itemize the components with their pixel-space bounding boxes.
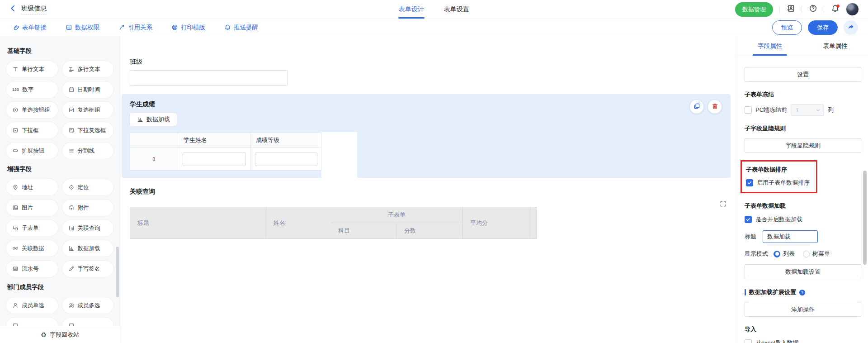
tab-form-properties[interactable]: 表单属性	[803, 36, 868, 56]
field-item-label: 单行文本	[22, 66, 44, 73]
copy-field-button[interactable]	[690, 100, 703, 114]
field-item-成员单选[interactable]: 成员单选	[6, 297, 58, 314]
toolbar-link-label: 打印模版	[181, 24, 205, 32]
group-header: 子表单	[331, 207, 462, 223]
form-canvas: 班级 学生成绩 数据加载 学生姓名 成绩等级	[120, 36, 737, 343]
sidebar-scrollbar[interactable]	[116, 247, 119, 297]
field-recycle-bin[interactable]: ♻ 字段回收站	[0, 326, 120, 343]
toolbar-right: 预览 保存	[772, 20, 858, 35]
sidebar-section-title: 部门成员字段	[7, 283, 113, 291]
field-item-关联查询[interactable]: 关联查询	[62, 220, 114, 236]
settings-button[interactable]: 设置	[745, 67, 861, 82]
field-item-复选框组[interactable]: 复选框组	[62, 102, 114, 118]
field-item-数字[interactable]: 123数字	[6, 81, 58, 98]
field-item-手写签名[interactable]: 手写签名	[62, 261, 114, 277]
data-load-button[interactable]: 数据加载	[130, 113, 177, 126]
check-icon	[745, 217, 751, 222]
field-item-下拉框[interactable]: 下拉框	[6, 122, 58, 138]
subform-field-selected[interactable]: 学生成绩 数据加载 学生姓名 成绩等级 1	[122, 94, 731, 178]
field-item-多行文本[interactable]: 多行文本	[62, 61, 114, 77]
address-icon	[12, 184, 19, 191]
field-item-单行文本[interactable]: 单行文本	[6, 61, 58, 77]
toolbar-link-4[interactable]: 推送提醒	[224, 24, 258, 32]
add-operation-button[interactable]: 添加操作	[745, 302, 861, 317]
form-title[interactable]: 班级信息	[21, 5, 47, 14]
fullscreen-icon[interactable]	[719, 200, 727, 209]
tab-field-properties[interactable]: 字段属性	[737, 36, 803, 56]
field-item-label: 流水号	[22, 265, 39, 273]
field-item-成员多选[interactable]: 成员多选	[62, 297, 114, 314]
toolbar-link-1[interactable]: 数据权限	[66, 24, 99, 32]
field-item-定位[interactable]: 定位	[62, 179, 114, 195]
print-icon	[171, 24, 178, 31]
freeze-checkbox[interactable]	[745, 106, 752, 114]
contacts-icon[interactable]	[786, 5, 795, 14]
sort-enable-checkbox[interactable]	[746, 179, 753, 186]
radio-list[interactable]	[774, 251, 780, 257]
help-icon[interactable]	[808, 5, 817, 14]
toolbar-link-3[interactable]: 打印模版	[171, 24, 205, 32]
field-item-label: 扩展按钮	[22, 147, 44, 155]
load-title-input[interactable]	[763, 230, 818, 243]
field-item-label: 成员单选	[22, 302, 44, 310]
field-item-图片[interactable]: 图片	[6, 200, 58, 216]
column-tail	[530, 207, 537, 239]
dataload-settings-button[interactable]: 数据加载设置	[745, 264, 861, 279]
table-cell	[178, 148, 250, 171]
field-item-子表单[interactable]: 子表单	[6, 220, 58, 236]
properties-panel: 字段属性 表单属性 设置 子表单冻结 PC端冻结前 1 列 子字段显隐规则 字段…	[737, 36, 868, 343]
dataload-enable-checkbox[interactable]	[745, 216, 752, 223]
tab-form-settings[interactable]: 表单设置	[444, 0, 469, 19]
header-right: 数据管理	[735, 2, 859, 17]
grade-level-input[interactable]	[255, 152, 317, 166]
sort-section-highlight: 子表单数据排序 启用子表单数据排序	[741, 160, 817, 193]
back-button[interactable]	[9, 5, 17, 14]
display-mode-label: 显示模式	[745, 250, 768, 258]
field-item-关联数据[interactable]: 关联数据	[6, 240, 58, 257]
image-icon	[12, 205, 19, 211]
field-item-单选按钮组[interactable]: 单选按钮组	[6, 102, 58, 118]
tab-form-design[interactable]: 表单设计	[399, 0, 424, 19]
field-item-地址[interactable]: 地址	[6, 179, 58, 195]
visibility-rules-button[interactable]: 字段显隐规则	[745, 138, 861, 153]
field-item-label: 数字	[22, 86, 33, 94]
excel-import-row: 从excel导入数据	[745, 339, 861, 343]
panel-scrollbar[interactable]	[863, 171, 867, 265]
field-item-下拉复选框[interactable]: 下拉复选框	[62, 122, 114, 138]
excel-import-checkbox[interactable]	[745, 339, 752, 343]
link-icon	[13, 24, 19, 31]
save-button[interactable]: 保存	[808, 20, 838, 35]
data-manage-button[interactable]: 数据管理	[735, 2, 773, 17]
freeze-column-select[interactable]: 1	[791, 104, 824, 116]
sidebar-sections: 基础字段单行文本多行文本123数字日期时间单选按钮组复选框组下拉框下拉复选框扩展…	[6, 47, 113, 334]
top-header: 班级信息 表单设计 表单设置 数据管理	[0, 0, 868, 19]
radio-tree[interactable]	[803, 251, 810, 257]
table-cell	[250, 148, 321, 171]
field-item-label: 数据加载	[78, 245, 100, 252]
mode-option-tree[interactable]: 树菜单	[803, 250, 830, 258]
class-field-input[interactable]	[130, 70, 288, 86]
field-item-扩展按钮[interactable]: 扩展按钮	[6, 143, 58, 159]
field-palette-sidebar: 基础字段单行文本多行文本123数字日期时间单选按钮组复选框组下拉框下拉复选框扩展…	[0, 36, 120, 343]
field-item-附件[interactable]: 附件	[62, 200, 114, 216]
toolbar-link-2[interactable]: 引用关系	[118, 24, 152, 32]
group-sub-columns: 科目 分数	[331, 223, 462, 238]
preview-button[interactable]: 预览	[772, 20, 802, 35]
question-circle-icon[interactable]: ?	[799, 289, 806, 296]
field-item-数据加载[interactable]: 数据加载	[62, 240, 114, 257]
sort-checkbox-label: 启用子表单数据排序	[757, 179, 810, 187]
field-item-流水号[interactable]: 流水号	[6, 261, 58, 277]
field-item-日期时间[interactable]: 日期时间	[62, 81, 114, 98]
field-item-分割线[interactable]: 分割线	[62, 143, 114, 159]
trash-icon	[712, 103, 718, 111]
contacts-glyph	[787, 4, 795, 15]
student-name-input[interactable]	[183, 152, 246, 166]
toolbar-link-0[interactable]: 表单链接	[13, 24, 47, 32]
user-avatar[interactable]	[846, 3, 859, 16]
toolbar-link-label: 引用关系	[128, 24, 152, 32]
notification-bell-icon[interactable]	[830, 5, 840, 14]
mode-option-list[interactable]: 列表	[774, 250, 795, 258]
column-group-subform: 子表单 科目 分数	[331, 207, 462, 239]
delete-field-button[interactable]	[708, 100, 722, 114]
share-button[interactable]	[844, 20, 858, 35]
